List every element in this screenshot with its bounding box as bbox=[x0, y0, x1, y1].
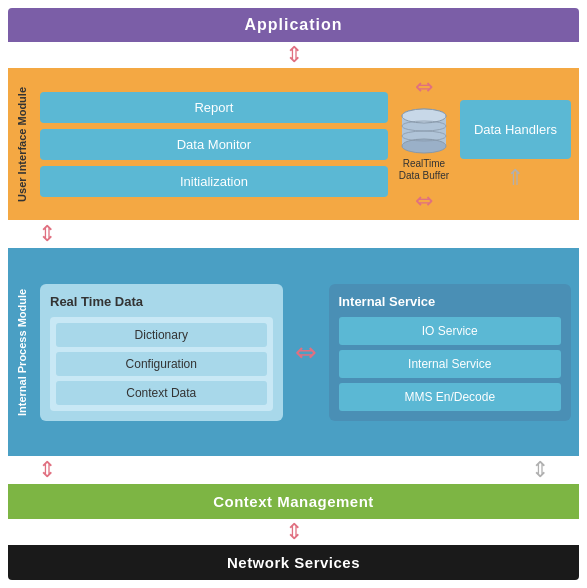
down-arrow-left-pink-icon: ⇕ bbox=[38, 223, 56, 245]
rtd-item-configuration: Configuration bbox=[56, 352, 267, 376]
rtd-title: Real Time Data bbox=[50, 294, 273, 309]
is-item-io: IO Service bbox=[339, 317, 562, 345]
internal-service-box: Internal Service IO Service Internal Ser… bbox=[329, 284, 572, 421]
data-handlers-panel: Data Handlers bbox=[460, 100, 571, 159]
ui-right: Data Handlers ⇑ bbox=[460, 100, 571, 189]
rtd-item-context-data: Context Data bbox=[56, 381, 267, 405]
is-title: Internal Service bbox=[339, 294, 562, 309]
rtd-items: Dictionary Configuration Context Data bbox=[50, 317, 273, 411]
down-arrow-pink-icon: ⇕ bbox=[285, 44, 303, 66]
ui-module: User Interface Module Report Data Monito… bbox=[8, 68, 579, 220]
arrow-ipm-to-ctx: ⇕ ⇕ bbox=[8, 456, 579, 484]
down-arrow-right-gray-icon: ⇕ bbox=[531, 459, 549, 481]
ui-left-panels: Report Data Monitor Initialization bbox=[40, 92, 388, 197]
ipm-label: Internal Process Module bbox=[12, 256, 32, 448]
ipm: Internal Process Module Real Time Data D… bbox=[8, 248, 579, 456]
ui-module-content: Report Data Monitor Initialization ⇔ bbox=[40, 76, 571, 212]
db-icon: RealTime Data Buffer bbox=[396, 106, 452, 182]
network-services-bar: Network Services bbox=[8, 545, 579, 580]
initialization-panel: Initialization bbox=[40, 166, 388, 197]
data-monitor-panel: Data Monitor bbox=[40, 129, 388, 160]
arrow-ui-to-ipm: ⇕ bbox=[8, 220, 579, 248]
h-arrow-ipm-icon: ⇔ bbox=[295, 339, 317, 365]
arrow-ctx-to-net: ⇕ bbox=[8, 519, 579, 545]
rtd-box: Real Time Data Dictionary Configuration … bbox=[40, 284, 283, 421]
context-management-bar: Context Management bbox=[8, 484, 579, 519]
db-label: RealTime Data Buffer bbox=[399, 158, 449, 182]
ipm-content: Real Time Data Dictionary Configuration … bbox=[40, 256, 571, 448]
application-bar: Application bbox=[8, 8, 579, 42]
down-arrow-left2-pink-icon: ⇕ bbox=[38, 459, 56, 481]
down-arrow-ctx-net-icon: ⇕ bbox=[285, 521, 303, 543]
report-panel: Report bbox=[40, 92, 388, 123]
ui-module-label: User Interface Module bbox=[12, 87, 32, 202]
h-arrows-db-right: ⇔ bbox=[415, 190, 433, 212]
arrow-app-to-ui: ⇕ bbox=[8, 42, 579, 68]
ipm-h-arrow: ⇔ bbox=[295, 339, 317, 365]
rtd-item-dictionary: Dictionary bbox=[56, 323, 267, 347]
diagram: Application ⇕ User Interface Module Repo… bbox=[0, 0, 587, 588]
is-item-mms: MMS En/Decode bbox=[339, 383, 562, 411]
up-arrow-gray-icon: ⇑ bbox=[506, 167, 524, 189]
is-item-internal: Internal Service bbox=[339, 350, 562, 378]
is-items: IO Service Internal Service MMS En/Decod… bbox=[339, 317, 562, 411]
h-arrows-db: ⇔ bbox=[415, 76, 433, 98]
ui-center: ⇔ RealTime D bbox=[396, 76, 452, 212]
